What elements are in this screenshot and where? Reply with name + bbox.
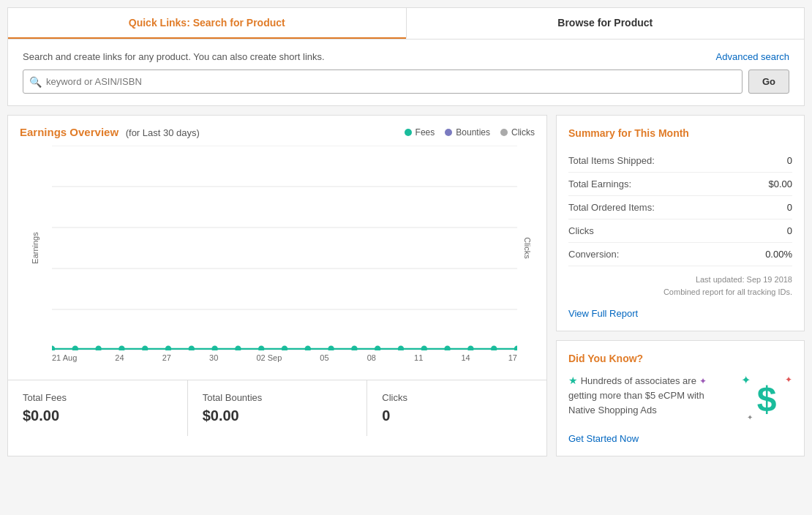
dyk-icon-area: ✦ ✦ $ ✦ [741, 373, 792, 424]
advanced-search-link[interactable]: Advanced search [716, 51, 789, 62]
svg-point-26 [235, 346, 241, 350]
earnings-subtitle: (for Last 30 days) [126, 127, 200, 138]
svg-point-30 [328, 346, 334, 350]
x-label-7: 11 [414, 353, 423, 362]
svg-point-23 [165, 346, 171, 350]
summary-row-earnings: Total Earnings: $0.00 [568, 173, 792, 196]
svg-point-25 [211, 346, 217, 350]
svg-point-33 [398, 346, 404, 350]
y-axis-label: Earnings [31, 232, 40, 263]
view-report-link[interactable]: View Full Report [568, 308, 792, 319]
summary-label-conversion: Conversion: [568, 249, 619, 260]
x-axis-labels: 21 Aug 24 27 30 02 Sep 05 08 11 14 17 [52, 350, 517, 362]
summary-value-shipped: 0 [787, 155, 792, 166]
dyk-title: Did You Know? [568, 353, 792, 364]
total-bounties-value: $0.00 [203, 407, 353, 424]
summary-title: Summary for This Month [568, 127, 792, 139]
summary-value-conversion: 0.00% [765, 249, 792, 260]
x-label-4: 02 Sep [256, 353, 282, 362]
summary-footer: Last updated: Sep 19 2018 Combined repor… [568, 274, 792, 298]
svg-point-29 [305, 346, 311, 350]
bounties-dot [445, 129, 452, 136]
total-fees-label: Total Fees [23, 392, 173, 403]
legend-fees: Fees [405, 127, 435, 138]
svg-point-27 [258, 346, 264, 350]
summary-label-ordered: Total Ordered Items: [568, 202, 655, 213]
svg-point-36 [467, 346, 473, 350]
total-clicks-cell: Clicks 0 [367, 380, 546, 436]
summary-value-ordered: 0 [787, 202, 792, 213]
legend-clicks-label: Clicks [511, 127, 535, 138]
x-label-9: 17 [508, 353, 517, 362]
x-label-8: 14 [461, 353, 470, 362]
tab-browse[interactable]: Browse for Product [406, 8, 805, 39]
fees-dot [405, 129, 412, 136]
star-top-right: ✦ [785, 375, 792, 385]
svg-point-19 [72, 346, 78, 350]
clicks-dot [500, 129, 508, 136]
search-input-wrapper: 🔍 [23, 69, 743, 94]
x-label-6: 08 [367, 353, 376, 362]
text-star-green: ★ [568, 375, 578, 386]
go-button[interactable]: Go [748, 69, 789, 94]
summary-value-clicks: 0 [787, 225, 792, 236]
svg-point-18 [52, 346, 55, 350]
svg-point-22 [142, 346, 148, 350]
x-label-0: 21 Aug [52, 353, 77, 362]
dyk-content: ★ Hundreds of associates are ✦ getting m… [568, 373, 792, 424]
dyk-ad-text-span: Hundreds of associates are ✦ getting mor… [568, 375, 707, 416]
search-description-text: Search and create links for any product.… [23, 51, 325, 62]
summary-value-earnings: $0.00 [768, 178, 792, 189]
star-bottom-left: ✦ [747, 413, 753, 421]
tab-browse-label: Browse for Product [557, 17, 653, 29]
legend-bounties-label: Bounties [456, 127, 490, 138]
search-input[interactable] [46, 70, 736, 93]
svg-point-35 [444, 346, 450, 350]
summary-row-clicks: Clicks 0 [568, 219, 792, 243]
total-clicks-label: Clicks [382, 392, 532, 403]
tab-quick-links-label: Quick Links: Search for Product [129, 17, 285, 29]
summary-footer-line2: Combined report for all tracking IDs. [568, 286, 792, 298]
did-you-know-card: Did You Know? ★ Hundreds of associates a… [556, 340, 805, 456]
summary-card: Summary for This Month Total Items Shipp… [556, 115, 805, 331]
x-label-5: 05 [320, 353, 328, 362]
summary-label-clicks: Clicks [568, 225, 594, 236]
search-icon: 🔍 [29, 76, 42, 88]
dollar-icon: $ [757, 379, 777, 419]
svg-point-20 [95, 346, 101, 350]
x-label-2: 27 [162, 353, 171, 362]
legend-bounties: Bounties [445, 127, 490, 138]
svg-point-34 [421, 346, 427, 350]
svg-point-38 [514, 346, 517, 350]
svg-point-37 [491, 346, 497, 350]
total-fees-cell: Total Fees $0.00 [8, 380, 188, 436]
dyk-ad-text: ★ Hundreds of associates are ✦ getting m… [568, 373, 732, 417]
totals-row: Total Fees $0.00 Total Bounties $0.00 Cl… [8, 380, 546, 436]
summary-footer-line1: Last updated: Sep 19 2018 [568, 274, 792, 286]
x-label-1: 24 [115, 353, 124, 362]
total-clicks-value: 0 [382, 407, 532, 424]
svg-point-24 [189, 346, 195, 350]
get-started-link[interactable]: Get Started Now [568, 433, 792, 444]
svg-point-28 [282, 346, 287, 350]
y-axis-right-label: Clicks [522, 237, 531, 258]
svg-point-21 [119, 346, 124, 350]
chart-legend: Fees Bounties Clicks [405, 127, 535, 138]
summary-row-shipped: Total Items Shipped: 0 [568, 149, 792, 173]
summary-row-ordered: Total Ordered Items: 0 [568, 196, 792, 219]
legend-clicks: Clicks [500, 127, 535, 138]
summary-panel: Summary for This Month Total Items Shipp… [556, 115, 805, 456]
earnings-chart: Earnings Clicks $1.25 $1.00 $0.75 [8, 138, 546, 372]
dyk-text-area: ★ Hundreds of associates are ✦ getting m… [568, 373, 732, 417]
svg-point-31 [351, 346, 357, 350]
total-bounties-label: Total Bounties [203, 392, 353, 403]
star-top-left: ✦ [741, 373, 751, 387]
summary-label-earnings: Total Earnings: [568, 178, 631, 189]
tab-quick-links[interactable]: Quick Links: Search for Product [8, 8, 406, 39]
earnings-title: Earnings Overview [20, 126, 119, 138]
summary-label-shipped: Total Items Shipped: [568, 155, 655, 166]
total-bounties-cell: Total Bounties $0.00 [188, 380, 368, 436]
chart-svg: $1.25 $1.00 $0.75 $0.50 $0.25 0 1 1 1 1 … [52, 146, 517, 350]
svg-point-32 [375, 346, 380, 350]
text-star-purple: ✦ [699, 376, 707, 386]
